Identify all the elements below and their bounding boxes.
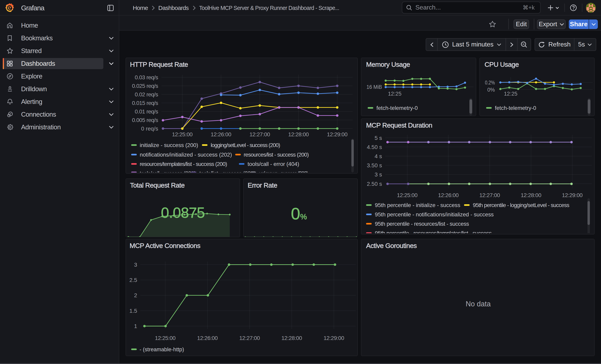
svg-text:12:26:00: 12:26:00 <box>438 192 459 198</box>
svg-text:95th percentile - resources/li: 95th percentile - resources/list - succe… <box>375 221 469 227</box>
svg-text:12:25: 12:25 <box>388 91 401 97</box>
svg-text:3: 3 <box>134 262 137 268</box>
svg-text:fetch-telemetry-0: fetch-telemetry-0 <box>495 105 536 111</box>
svg-text:12:25: 12:25 <box>504 91 517 97</box>
svg-text:4 s: 4 s <box>375 153 382 159</box>
svg-text:fetch-telemetry-0: fetch-telemetry-0 <box>376 105 418 111</box>
svg-text:95th percentile - logging/setL: 95th percentile - logging/setLevel - suc… <box>473 202 569 208</box>
svg-text:95th percentile - notification: 95th percentile - notifications/initiali… <box>375 211 494 217</box>
svg-text:0.01 req/s: 0.01 req/s <box>135 108 158 115</box>
svg-text:3.50 s: 3.50 s <box>367 162 382 168</box>
svg-text:1.5: 1.5 <box>129 308 137 314</box>
svg-text:95th percentile - resources/te: 95th percentile - resources/templates/li… <box>375 230 492 233</box>
svg-text:logging/setLevel - success (20: logging/setLevel - success (200) <box>211 142 280 148</box>
svg-text:notifications/initialized - su: notifications/initialized - success (202… <box>140 152 232 158</box>
svg-text:0 req/s: 0 req/s <box>141 126 158 132</box>
svg-text:0%: 0% <box>487 87 495 93</box>
svg-text:12:26:00: 12:26:00 <box>211 131 231 138</box>
svg-text:12:28:00: 12:28:00 <box>288 131 309 138</box>
svg-text:12:29:00: 12:29:00 <box>562 192 583 198</box>
svg-text:12:25:00: 12:25:00 <box>397 192 418 198</box>
svg-text:0.025 req/s: 0.025 req/s <box>132 83 158 89</box>
svg-text:0.03 req/s: 0.03 req/s <box>135 74 158 80</box>
svg-text:resources/templates/list - suc: resources/templates/list - success (200) <box>140 161 227 167</box>
svg-text:12:25:00: 12:25:00 <box>155 335 176 341</box>
svg-text:0.2%: 0.2% <box>485 79 495 86</box>
svg-text:- (streamable-http): - (streamable-http) <box>140 346 184 353</box>
svg-text:4.50 s: 4.50 s <box>367 144 382 150</box>
svg-text:0.005 req/s: 0.005 req/s <box>132 117 158 123</box>
svg-text:12:28:00: 12:28:00 <box>521 192 541 198</box>
svg-text:tools/call - error (404): tools/call - error (404) <box>248 161 299 167</box>
svg-text:12:27:00: 12:27:00 <box>250 131 270 138</box>
svg-text:16 MiB: 16 MiB <box>367 84 382 90</box>
svg-text:0.02 req/s: 0.02 req/s <box>135 91 158 98</box>
svg-text:12:27:00: 12:27:00 <box>479 192 500 198</box>
svg-text:12:28:00: 12:28:00 <box>281 335 302 341</box>
svg-text:2: 2 <box>134 292 137 298</box>
svg-text:5 s: 5 s <box>375 135 382 141</box>
svg-text:0.015 req/s: 0.015 req/s <box>132 100 158 106</box>
svg-text:1: 1 <box>134 323 137 329</box>
svg-text:12:29:00: 12:29:00 <box>324 335 344 341</box>
svg-text:2.50 s: 2.50 s <box>367 181 382 187</box>
svg-text:resources/list - success (200): resources/list - success (200) <box>244 152 309 158</box>
svg-text:12:26:00: 12:26:00 <box>197 335 218 341</box>
svg-text:unknown - success (200): unknown - success (200) <box>259 170 308 172</box>
svg-text:tools/list - success (200): tools/list - success (200) <box>199 170 255 172</box>
svg-text:3 s: 3 s <box>375 171 382 178</box>
svg-text:2.5: 2.5 <box>129 277 137 283</box>
svg-text:12:29:00: 12:29:00 <box>327 131 348 138</box>
svg-text:95th percentile - initialize -: 95th percentile - initialize - success <box>375 202 460 208</box>
svg-text:initialize - success (200): initialize - success (200) <box>140 142 198 148</box>
svg-text:tools/call - success (200): tools/call - success (200) <box>140 170 196 172</box>
svg-text:12:25:00: 12:25:00 <box>172 131 193 138</box>
svg-text:12:27:00: 12:27:00 <box>239 335 260 341</box>
